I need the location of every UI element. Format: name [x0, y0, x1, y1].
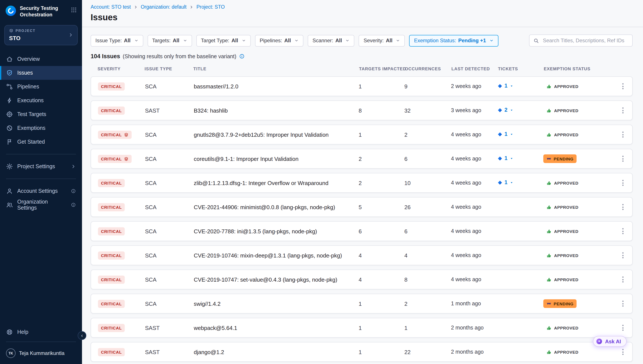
issue-row[interactable]: CRITICAL SCA zlib@1:1.2.13.dfsg-1: Integ…: [91, 173, 633, 193]
sidebar-collapse-button[interactable]: ‹: [78, 331, 86, 340]
caret-down-icon: [510, 84, 513, 88]
issue-title[interactable]: CVE-2021-44906: minimist@0.0.8 (lang-pkg…: [194, 204, 359, 210]
exemption-status-cell: APPROVED: [543, 227, 617, 236]
issue-row[interactable]: CRITICAL SCA CVE-2020-7788: ini@1.3.5 (l…: [91, 221, 633, 241]
jira-ticket-chip[interactable]: 1: [498, 180, 513, 186]
row-menu-icon[interactable]: [617, 154, 628, 164]
row-menu-icon[interactable]: [617, 298, 628, 309]
sidebar-item-pipelines[interactable]: Pipelines: [0, 80, 82, 94]
row-menu-icon[interactable]: [617, 274, 628, 285]
target-icon: [6, 111, 13, 118]
row-menu-icon[interactable]: [617, 322, 628, 333]
breadcrumb-org-link[interactable]: Organization: default: [141, 4, 186, 10]
issue-title[interactable]: coreutils@9.1-1: Improper Input Validati…: [194, 156, 359, 162]
jira-ticket-chip[interactable]: 1: [498, 131, 513, 137]
sidebar-item-test-targets[interactable]: Test Targets: [0, 108, 82, 121]
sidebar-item-exemptions[interactable]: Exemptions: [0, 121, 82, 135]
issue-type-cell: SCA: [145, 131, 194, 138]
sidebar-item-label: Project Settings: [17, 164, 55, 170]
issue-type-cell: SAST: [145, 324, 194, 331]
row-menu-icon[interactable]: [617, 202, 628, 212]
issue-row[interactable]: CRITICAL SAST django@1.2 1 22 2 months a…: [91, 342, 633, 362]
user-menu[interactable]: TK Teja Kummarikuntla: [0, 344, 82, 364]
filter-issue-type[interactable]: Issue Type: All: [91, 35, 143, 46]
row-actions-cell: [617, 130, 629, 140]
harness-logo-icon[interactable]: [5, 5, 17, 16]
issue-row[interactable]: CRITICAL SCA CVE-2019-10746: mixin-deep@…: [91, 246, 633, 265]
issue-row[interactable]: CRITICAL SCA gnutls28@3.7.9-2+deb12u5: I…: [91, 125, 633, 144]
last-detected-cell: 4 weeks ago: [451, 252, 498, 258]
exemption-status-badge: APPROVED: [543, 130, 581, 139]
row-actions-cell: [617, 105, 629, 116]
issue-title[interactable]: gnutls28@3.7.9-2+deb12u5: Improper Input…: [194, 131, 359, 138]
info-icon[interactable]: [71, 188, 76, 194]
filter-severity[interactable]: Severity: All: [359, 35, 405, 46]
issue-title[interactable]: bassmaster//1.2.0: [194, 83, 359, 90]
targets-impacted-cell: 8: [359, 107, 404, 114]
issue-row[interactable]: CRITICAL SAST B324: hashlib 8 32 3 weeks…: [91, 100, 633, 120]
sidebar-item-label: Overview: [17, 56, 40, 62]
sidebar-item-account-settings[interactable]: Account Settings: [0, 184, 82, 198]
sidebar-item-get-started[interactable]: Get Started: [0, 135, 82, 149]
issue-title[interactable]: swig//1.4.2: [194, 300, 359, 307]
filter-target-type[interactable]: Target Type: All: [196, 35, 251, 46]
row-menu-icon[interactable]: [617, 81, 628, 92]
issue-title[interactable]: B324: hashlib: [194, 107, 359, 114]
issue-type-cell: SCA: [145, 228, 194, 234]
jira-ticket-chip[interactable]: 1: [498, 83, 513, 89]
row-menu-icon[interactable]: [617, 250, 628, 260]
info-icon[interactable]: [239, 54, 244, 59]
issue-title[interactable]: zlib@1:1.2.13.dfsg-1: Integer Overflow o…: [194, 180, 359, 186]
breadcrumb-project-link[interactable]: Project: STO: [196, 4, 225, 10]
targets-impacted-cell: 1: [359, 300, 404, 307]
issue-row[interactable]: CRITICAL SCA CVE-2021-44906: minimist@0.…: [91, 197, 633, 217]
sidebar-item-issues[interactable]: Issues: [0, 66, 82, 80]
row-menu-icon[interactable]: [617, 226, 628, 236]
row-menu-icon[interactable]: [617, 105, 628, 116]
exemption-status-badge: APPROVED: [543, 82, 581, 91]
issue-row[interactable]: CRITICAL SCA bassmaster//1.2.0 1 9 2 wee…: [91, 76, 633, 96]
filter-scanner[interactable]: Scanner: All: [308, 35, 355, 46]
chevron-right-icon: [71, 164, 76, 169]
project-name: STO: [9, 35, 73, 42]
severity-badge: CRITICAL: [98, 324, 125, 332]
row-menu-icon[interactable]: [617, 178, 628, 188]
module-grid-icon[interactable]: [71, 7, 77, 15]
issue-row[interactable]: CRITICAL SAST webpack@5.64.1 1 1 2 month…: [91, 318, 633, 338]
sidebar-item-project-settings[interactable]: Project Settings: [0, 160, 82, 173]
issue-row[interactable]: CRITICAL SCA CVE-2019-10747: set-value@0…: [91, 270, 633, 290]
jira-ticket-chip[interactable]: 1: [498, 156, 513, 162]
sidebar-item-help[interactable]: Help: [0, 325, 82, 339]
issue-row[interactable]: CRITICAL SCA coreutils@9.1-1: Improper I…: [91, 149, 633, 169]
breadcrumb-account-link[interactable]: Account: STO test: [91, 4, 131, 10]
issue-title[interactable]: CVE-2019-10747: set-value@0.4.3 (lang-pk…: [194, 276, 359, 283]
last-detected-cell: 4 weeks ago: [451, 132, 498, 138]
row-menu-icon[interactable]: [617, 347, 628, 357]
ask-ai-button[interactable]: Ask AI: [593, 336, 626, 347]
issue-title[interactable]: CVE-2019-10746: mixin-deep@1.3.1 (lang-p…: [194, 252, 359, 258]
issues-table-body: CRITICAL SCA bassmaster//1.2.0 1 9 2 wee…: [91, 76, 633, 362]
occurrences-cell: 2: [404, 300, 451, 307]
row-menu-icon[interactable]: [617, 130, 628, 140]
jira-ticket-chip[interactable]: 2: [498, 107, 513, 113]
app-root: Security Testing Orchestration PROJECT S…: [0, 0, 643, 364]
issue-row[interactable]: CRITICAL SCA swig//1.4.2 1 2 1 month ago…: [91, 294, 633, 314]
column-header-tickets: TICKETS: [498, 66, 544, 71]
info-icon[interactable]: [71, 202, 76, 208]
row-actions-cell: [617, 347, 629, 357]
brand: Security Testing Orchestration: [0, 0, 82, 19]
filter-exemption-status[interactable]: Exemption Status: Pending +1: [409, 35, 499, 46]
filter-pipelines[interactable]: Pipelines: All: [255, 35, 303, 46]
issue-title[interactable]: webpack@5.64.1: [194, 324, 359, 331]
project-selector[interactable]: PROJECT STO: [4, 25, 78, 45]
sidebar-item-executions[interactable]: Executions: [0, 94, 82, 108]
severity-cell: CRITICAL: [98, 348, 145, 356]
sidebar: Security Testing Orchestration PROJECT S…: [0, 0, 82, 364]
sidebar-item-organization-settings[interactable]: Organization Settings: [0, 198, 82, 212]
issue-title[interactable]: CVE-2020-7788: ini@1.3.5 (lang-pkgs, nod…: [194, 228, 359, 234]
row-actions-cell: [617, 250, 629, 260]
issue-title[interactable]: django@1.2: [194, 349, 359, 355]
sidebar-item-overview[interactable]: Overview: [0, 52, 82, 66]
search-input[interactable]: [542, 37, 628, 44]
filter-targets[interactable]: Targets: All: [147, 35, 192, 46]
